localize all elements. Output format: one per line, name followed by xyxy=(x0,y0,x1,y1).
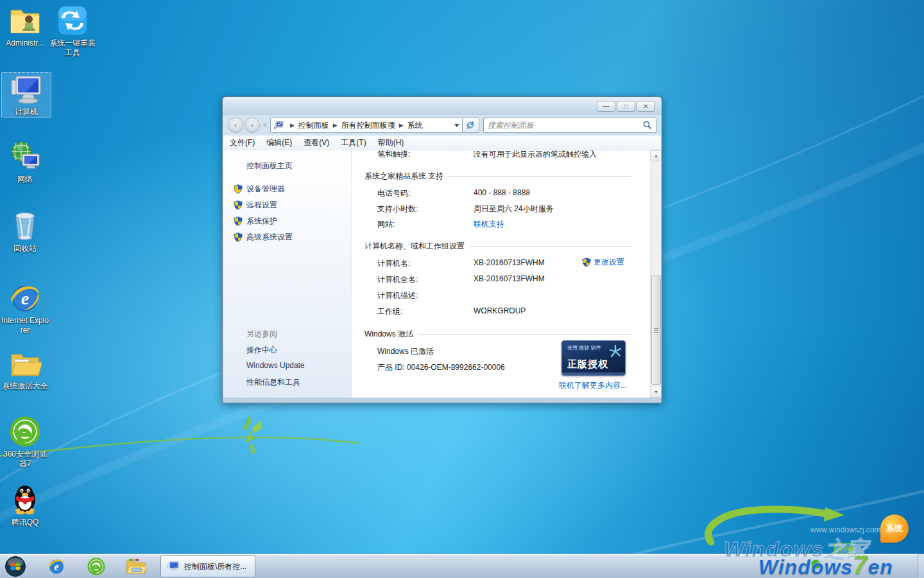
sidebar-item-advanced-settings[interactable]: 高级系统设置 xyxy=(246,232,293,243)
full-name-row: 计算机全名: XB-20160713FWHM xyxy=(377,274,631,285)
uac-shield-icon xyxy=(234,200,243,210)
watermark-bubble: 系统 xyxy=(880,514,909,543)
scroll-up-button[interactable]: ▲ xyxy=(651,150,662,161)
menu-edit[interactable]: 编辑(E) xyxy=(266,137,292,148)
crumb-control-panel[interactable]: 控制面板 xyxy=(298,120,329,131)
refresh-button[interactable] xyxy=(463,118,479,133)
hours-row: 支持小时数: 周日至周六 24小时服务 xyxy=(377,204,631,215)
watermark-swoosh-icon xyxy=(699,502,853,547)
menu-view[interactable]: 查看(V) xyxy=(304,137,329,148)
badge-line2: 正版授权 xyxy=(562,358,625,371)
system-tray[interactable] xyxy=(811,559,848,569)
field-value: 没有可用于此显示器的笔或触控输入 xyxy=(474,149,597,160)
uac-shield-icon xyxy=(582,258,591,267)
address-dropdown-icon[interactable] xyxy=(454,124,459,127)
badge-line3: 安全 稳定 声誉 xyxy=(562,372,625,376)
menu-file[interactable]: 文件(F) xyxy=(230,137,255,148)
sidebar-item-device-manager[interactable]: 设备管理器 xyxy=(246,184,285,195)
show-desktop-button[interactable] xyxy=(918,554,924,578)
refresh-icon xyxy=(466,121,475,130)
scrollbar-thumb[interactable] xyxy=(651,276,661,385)
maximize-button[interactable]: □ xyxy=(617,101,635,112)
desktop-icon-network[interactable]: 网络 xyxy=(0,140,50,184)
change-settings[interactable]: 更改设置 xyxy=(582,257,624,268)
search-box[interactable] xyxy=(483,118,656,133)
tray-network-icon[interactable] xyxy=(826,560,835,568)
menu-help[interactable]: 帮助(H) xyxy=(378,137,404,148)
support-section-heading: 系统之家精品系统 支持 xyxy=(364,171,631,182)
icon-label: 系统激活大全 xyxy=(0,381,50,391)
taskbar-360-browser-icon[interactable] xyxy=(82,556,110,577)
system-page-content: 笔和触摸: 没有可用于此显示器的笔或触控输入 系统之家精品系统 支持 电话号码:… xyxy=(352,150,650,398)
vertical-scrollbar[interactable]: ▲ ▼ xyxy=(650,150,661,398)
watermark-url: www.windowszj.com xyxy=(810,525,880,534)
genuine-star-icon xyxy=(608,344,622,358)
sidebar-item-performance-tools[interactable]: 性能信息和工具 xyxy=(246,377,300,388)
crumb-separator: ▶ xyxy=(333,122,338,128)
desktop-icon-reinstall-tool[interactable]: 系统一键重装工具 xyxy=(47,4,98,58)
sidebar-item-system-protection[interactable]: 系统保护 xyxy=(246,216,277,227)
desktop-icon-computer[interactable]: 计算机 xyxy=(1,72,51,118)
scroll-down-button[interactable]: ▼ xyxy=(651,387,662,398)
desktop-icon-internet-explorer[interactable]: e Internet Explorer xyxy=(0,281,50,335)
breadcrumb[interactable]: ▶ 控制面板 ▶ 所有控制面板项 ▶ 系统 xyxy=(270,118,463,133)
taskbar-task-control-panel[interactable]: 控制面板\所有控... xyxy=(160,556,255,577)
system-breadcrumb-icon xyxy=(273,121,284,130)
taskbar-explorer-icon[interactable] xyxy=(122,556,150,577)
menu-tools[interactable]: 工具(T) xyxy=(341,137,366,148)
360-browser-icon xyxy=(8,415,42,448)
field-label: 计算机全名: xyxy=(377,274,474,285)
recycle-bin-icon xyxy=(8,209,42,243)
crumb-all-items[interactable]: 所有控制面板项 xyxy=(341,120,395,131)
close-button[interactable]: ✕ xyxy=(637,101,655,112)
search-icon xyxy=(643,121,652,130)
icon-label: Internet Explorer xyxy=(0,316,50,335)
icon-label: 计算机 xyxy=(2,107,51,117)
learn-more-online-link[interactable]: 联机了解更多内容... xyxy=(559,380,627,391)
desktop: Administr... 系统一键重装工具 计算机 xyxy=(0,0,924,578)
sidebar-item-control-panel-home[interactable]: 控制面板主页 xyxy=(246,161,293,171)
sidebar-item-remote-settings[interactable]: 远程设置 xyxy=(246,200,277,211)
pen-touch-row: 笔和触摸: 没有可用于此显示器的笔或触控输入 xyxy=(377,149,631,160)
taskbar-ie-icon[interactable]: e xyxy=(42,556,71,577)
uac-shield-icon xyxy=(234,216,243,226)
see-also-heading: 另请参阅 xyxy=(246,329,277,340)
sidebar-item-label: 系统保护 xyxy=(246,216,277,227)
desktop-icon-360-browser[interactable]: 360安全浏览器7 xyxy=(0,415,50,469)
field-value: 周日至周六 24小时服务 xyxy=(474,204,554,215)
sidebar-item-action-center[interactable]: 操作中心 xyxy=(246,345,277,356)
online-support-link[interactable]: 联机支持 xyxy=(474,219,504,230)
desktop-icon-recycle-bin[interactable]: 回收站 xyxy=(0,209,50,254)
genuine-microsoft-badge[interactable]: 使用 微软 软件 正版授权 安全 稳定 声誉 xyxy=(561,340,626,376)
forward-button[interactable]: › xyxy=(244,118,260,133)
crumb-separator: ▶ xyxy=(399,122,404,128)
sidebar-item-label: 高级系统设置 xyxy=(246,232,293,243)
desktop-icon-qq[interactable]: 腾讯QQ xyxy=(0,483,50,527)
desktop-icon-administrator[interactable]: Administr... xyxy=(0,4,50,48)
window-titlebar[interactable]: — □ ✕ xyxy=(223,97,662,115)
task-computer-icon xyxy=(166,560,180,573)
qq-icon xyxy=(8,483,42,516)
search-input[interactable] xyxy=(488,121,643,130)
ie-icon: e xyxy=(8,281,42,315)
field-label: 计算机描述: xyxy=(377,290,474,301)
crumb-system[interactable]: 系统 xyxy=(407,120,423,131)
activation-status: Windows 已激活 xyxy=(377,346,434,357)
watermark-tld: .com xyxy=(834,543,856,554)
sidebar-item-windows-update[interactable]: Windows Update xyxy=(246,361,305,370)
change-settings-link[interactable]: 更改设置 xyxy=(594,257,624,268)
back-button[interactable]: ‹ xyxy=(228,118,243,133)
desktop-icon-activation-folder[interactable]: 系统激活大全 xyxy=(0,347,50,391)
field-value: 400 - 888 - 8888 xyxy=(474,188,530,199)
minimize-button[interactable]: — xyxy=(597,101,615,112)
tray-volume-icon[interactable] xyxy=(840,560,848,568)
field-label: 计算机名: xyxy=(377,258,474,269)
icon-label: 回收站 xyxy=(0,244,50,254)
field-label: 网站: xyxy=(377,219,474,230)
history-dropdown-icon[interactable]: ▼ xyxy=(262,122,268,128)
icon-label: 网络 xyxy=(0,175,50,184)
windows-start-orb-icon xyxy=(4,556,26,577)
tray-safety-check-icon[interactable] xyxy=(811,559,821,569)
user-folder-icon xyxy=(8,4,42,37)
start-button[interactable] xyxy=(1,556,30,577)
